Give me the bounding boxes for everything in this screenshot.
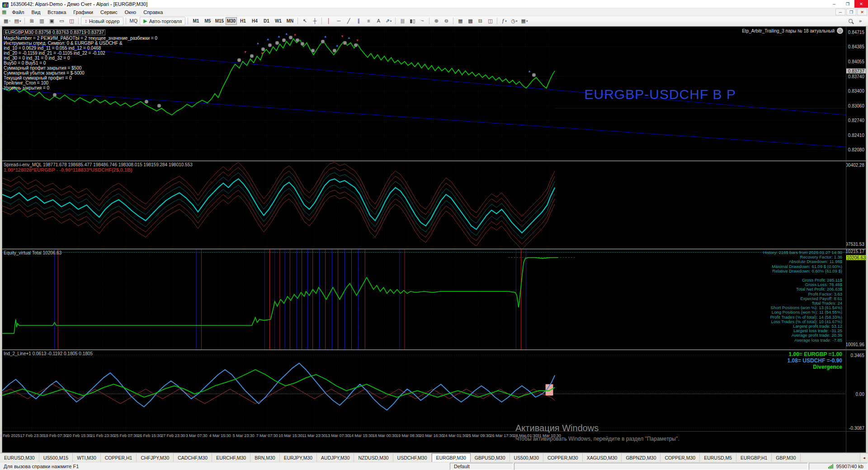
timeframe-h4-button[interactable]: H4	[249, 17, 260, 25]
timeframe-m5-button[interactable]: M5	[202, 17, 213, 25]
chart-tab-us500-m15[interactable]: US500,M15	[39, 453, 73, 462]
timeframe-m30-button[interactable]: M30	[226, 17, 237, 25]
timeframe-d1-button[interactable]: D1	[261, 17, 272, 25]
tab-scroll-button[interactable]: ◂	[860, 453, 868, 462]
close-button[interactable]: ✕	[854, 0, 868, 8]
chart-tab-usdchf-m30[interactable]: USDCHF,M30	[393, 453, 432, 462]
tile-windows-button[interactable]: ▦	[456, 17, 465, 25]
periods-icon: ◷	[511, 19, 515, 24]
chart-tab-eurgbp-m30[interactable]: EURGBP,M30	[432, 453, 471, 462]
zoom-in-icon: ⊕	[434, 19, 439, 24]
price-scale-label: 0.84715	[848, 29, 864, 34]
horizontal-line-button[interactable]: ─	[334, 17, 343, 25]
crosshair-icon: ┼	[313, 19, 317, 24]
channel-button[interactable]: ∥	[354, 17, 363, 25]
menu-item-окно[interactable]: Окно	[121, 8, 140, 16]
windows-activation-watermark: Активация Windows Чтобы активировать Win…	[515, 423, 679, 442]
menu-item-сервис[interactable]: Сервис	[97, 8, 121, 16]
tile-horizontal-button[interactable]: ⊟	[476, 17, 485, 25]
timeframe-m15-button[interactable]: M15	[214, 17, 225, 25]
terminal-button[interactable]: ▭	[57, 17, 66, 25]
minimize-button[interactable]: ─	[827, 0, 841, 8]
templates-button[interactable]: ▦▾	[520, 17, 529, 25]
menu-item-справка[interactable]: Справка	[140, 8, 166, 16]
chart-window-icon[interactable]: ▦	[2, 9, 6, 15]
fibonacci-button[interactable]: ≡	[364, 17, 373, 25]
data-window-button[interactable]: ▥	[37, 17, 46, 25]
timeframe-h1-button[interactable]: H1	[237, 17, 249, 25]
tile-vertical-button[interactable]: ◫	[486, 17, 495, 25]
chart-tab-nzdusd-m30[interactable]: NZDUSD,M30	[354, 453, 393, 462]
menu-item-вставка[interactable]: Вставка	[44, 8, 70, 16]
menu-item-графики[interactable]: Графики	[70, 8, 97, 16]
vertical-line-button[interactable]: │	[324, 17, 333, 25]
chart-tab-wti-m30[interactable]: WTI,M30	[73, 453, 101, 462]
menu-item-файл[interactable]: Файл	[8, 8, 28, 16]
child-close-button[interactable]: ✕	[857, 9, 867, 15]
chart-tab-copper-m30[interactable]: COPPER,M30	[543, 453, 583, 462]
price-scale-label: 0.82080	[848, 147, 864, 152]
chart-tab-copper-m30[interactable]: COPPER,M30	[660, 453, 700, 462]
arrows-button[interactable]: ⇗▾	[384, 17, 393, 25]
autotrade-button[interactable]: ▶Авто-торговля	[140, 17, 185, 25]
chart-tab-gbpnzd-m30[interactable]: GBPNZD,M30	[622, 453, 660, 462]
metaeditor-button[interactable]: MQ	[128, 17, 139, 25]
spread-chart-area[interactable]: Spread-i-env_MQL 198771.678 198685.477 1…	[2, 161, 846, 249]
chart-tab-audjpy-m30[interactable]: AUDJPY,M30	[317, 453, 354, 462]
time-axis-corner	[846, 431, 866, 452]
zoom-out-button[interactable]: ⊖	[442, 17, 451, 25]
cursor-button[interactable]: ↖	[300, 17, 309, 25]
price-scale[interactable]: 0.847150.843850.840550.837400.834000.830…	[846, 27, 866, 160]
cascade-button[interactable]: ▩	[466, 17, 475, 25]
chart-tab-cadchf-m30[interactable]: CADCHF,M30	[174, 453, 212, 462]
chart-tab-xagusd-m30[interactable]: XAGUSD,M30	[583, 453, 622, 462]
spread-scale[interactable]: 200402.28197531.53	[846, 161, 866, 249]
equity-chart-area[interactable]: Equity_virtual Total 10206.63 History: 2…	[2, 249, 846, 349]
crosshair-button[interactable]: ┼	[310, 17, 319, 25]
bar-chart-button[interactable]: |||	[398, 17, 407, 25]
new-chart-button[interactable]: ▦+	[2, 17, 12, 25]
chart-tab-eurgbp-h1[interactable]: EURGBP,H1	[736, 453, 772, 462]
toolbar-overflow-button[interactable]: »	[856, 17, 865, 25]
menu-item-вид[interactable]: Вид	[28, 8, 44, 16]
time-axis-label: 4 Mar 15:30	[209, 433, 231, 438]
chart-tab-eurchf-m30[interactable]: EURCHF,M30	[212, 453, 250, 462]
zoom-in-button[interactable]: ⊕	[432, 17, 441, 25]
chart-tab-gbp-m30[interactable]: GBP,M30	[772, 453, 800, 462]
timeframe-w1-button[interactable]: W1	[273, 17, 284, 25]
time-axis[interactable]: 14 Feb 202517 Feb 23:3019 Feb 07:3020 Fe…	[2, 431, 846, 452]
autotrade-button-label: Авто-торговля	[149, 19, 182, 24]
candlestick-button[interactable]: ▮▯	[408, 17, 417, 25]
child-minimize-button[interactable]: ─	[835, 9, 845, 15]
chart-tab-eurusd-m5[interactable]: EURUSD,M5	[700, 453, 736, 462]
equity-scale[interactable]: 10215.1710091.9610206.63	[846, 249, 866, 349]
line-chart-button[interactable]: ~	[418, 17, 427, 25]
status-profile[interactable]: Default	[450, 463, 513, 470]
chart-tab-us500-m30[interactable]: US500,M30	[510, 453, 543, 462]
chart-tab-eurjpy-m30[interactable]: EURJPY,M30	[280, 453, 317, 462]
navigator-button[interactable]: ▣	[47, 17, 56, 25]
chart-tab-brn-m30[interactable]: BRN,M30	[250, 453, 280, 462]
timeframe-m1-button[interactable]: M1	[190, 17, 202, 25]
oscillator-scale[interactable]: 0.34650.00-0.3087	[846, 350, 866, 431]
chart-tab-chfjpy-m30[interactable]: CHFJPY,M30	[137, 453, 174, 462]
chart-tab-copper-h1[interactable]: COPPER,H1	[101, 453, 137, 462]
chart-tab-gbpusd-m30[interactable]: GBPUSD,M30	[471, 453, 510, 462]
text-button[interactable]: A	[374, 17, 383, 25]
new-order-button[interactable]: ↕Новый ордер	[81, 17, 123, 25]
toolbar-overflow-icon: »	[859, 19, 862, 24]
chart-tab-eurusd-m30[interactable]: EURUSD,M30	[0, 453, 39, 462]
chart-profiles-button[interactable]: ▤▾	[13, 17, 23, 25]
indicators-button[interactable]: ƒ▾	[500, 17, 509, 25]
strategy-tester-button[interactable]: ◫	[67, 17, 76, 25]
market-watch-button[interactable]: ⊞	[27, 17, 36, 25]
oscillator-chart-area[interactable]: Ind_2_Line+1 0.0613 -0.1192 0.1805 0.180…	[2, 350, 846, 431]
trendline-button[interactable]: ╱	[344, 17, 353, 25]
price-chart-area[interactable]: ▴▴▴▴▴▴▴▴▾▾▾▾▾ EURGBP,M30 0.83758 0.83763…	[2, 27, 846, 160]
restore-button[interactable]: ❐	[841, 0, 854, 8]
periods-button[interactable]: ◷▾	[509, 17, 519, 25]
child-restore-button[interactable]: ❐	[846, 9, 856, 15]
toolbar-search-button[interactable]	[846, 17, 855, 25]
timeframe-mn-button[interactable]: MN	[284, 17, 296, 25]
expert-smiley-icon[interactable]: ☺	[837, 28, 843, 34]
